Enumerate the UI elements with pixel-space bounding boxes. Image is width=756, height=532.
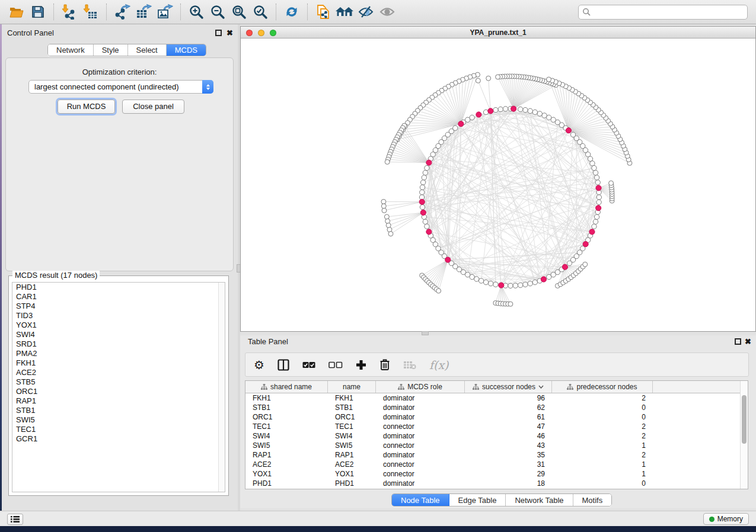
export-network-button[interactable] xyxy=(111,2,133,21)
search-input[interactable] xyxy=(591,8,744,17)
table-row[interactable]: YOX1YOX1connector291 xyxy=(245,469,740,479)
show-graphics-details-button[interactable] xyxy=(377,2,398,21)
function-builder-button[interactable]: f(x) xyxy=(429,357,449,373)
table-row[interactable]: SWI5SWI5connector431 xyxy=(245,441,740,450)
zoom-in-button[interactable] xyxy=(186,2,207,21)
delete-column-button[interactable] xyxy=(379,357,390,373)
cell-predecessor-nodes[interactable]: 1 xyxy=(552,460,653,469)
delete-table-button[interactable] xyxy=(403,357,416,373)
column-header-predecessor-nodes[interactable]: predecessor nodes xyxy=(552,381,653,393)
mcds-result-item[interactable]: SWI4 xyxy=(12,330,225,339)
first-neighbors-button[interactable] xyxy=(334,2,355,21)
table-row[interactable]: ACE2ACE2connector311 xyxy=(245,460,740,469)
network-canvas[interactable] xyxy=(241,39,755,331)
cell-mcds-role[interactable]: dominator xyxy=(376,450,465,460)
table-row[interactable]: STB1STB1dominator620 xyxy=(245,403,740,412)
tab-select[interactable]: Select xyxy=(128,44,167,56)
cell-successor-nodes[interactable]: 62 xyxy=(465,403,552,412)
network-window-titlebar[interactable]: YPA_prune.txt_1 xyxy=(241,27,755,39)
cell-shared-name[interactable]: FKH1 xyxy=(245,393,328,403)
cell-shared-name[interactable]: SWI5 xyxy=(245,441,328,450)
mcds-result-list[interactable]: PHD1CAR1STP4TID3YOX1SWI4SRD1PMA2FKH1ACE2… xyxy=(12,282,225,492)
tab-motifs[interactable]: Motifs xyxy=(573,494,612,506)
mcds-result-item[interactable]: PHD1 xyxy=(12,283,225,292)
criterion-dropdown[interactable]: largest connected component (undirected) xyxy=(28,80,213,94)
save-session-button[interactable] xyxy=(27,2,49,21)
add-column-button[interactable] xyxy=(356,357,366,373)
import-table-button[interactable] xyxy=(80,2,101,21)
cell-shared-name[interactable]: YOX1 xyxy=(245,469,328,479)
cell-shared-name[interactable]: TEC1 xyxy=(245,422,328,431)
mcds-result-item[interactable]: STB1 xyxy=(12,406,225,415)
mcds-result-item[interactable]: SWI5 xyxy=(12,415,225,425)
mcds-result-item[interactable]: ORC1 xyxy=(12,387,225,396)
table-scrollbar[interactable] xyxy=(740,381,748,489)
cell-mcds-role[interactable]: dominator xyxy=(376,431,465,441)
mcds-result-item[interactable]: GCR1 xyxy=(12,434,225,444)
cell-shared-name[interactable]: PHD1 xyxy=(245,479,328,488)
zoom-selected-button[interactable] xyxy=(250,2,271,21)
cell-mcds-role[interactable]: connector xyxy=(376,469,465,479)
mcds-result-item[interactable]: SRD1 xyxy=(12,339,225,349)
cell-name[interactable]: RAP1 xyxy=(328,450,376,460)
cell-mcds-role[interactable]: connector xyxy=(376,422,465,431)
zoom-fit-button[interactable] xyxy=(228,2,250,21)
cell-shared-name[interactable]: ACE2 xyxy=(245,460,328,469)
mcds-result-item[interactable]: TEC1 xyxy=(12,425,225,434)
search-box[interactable] xyxy=(578,5,748,20)
memory-button[interactable]: Memory xyxy=(703,513,749,525)
table-row[interactable]: SWI4SWI4dominator462 xyxy=(245,431,740,441)
cell-name[interactable]: FKH1 xyxy=(328,393,376,403)
cell-shared-name[interactable]: RAP1 xyxy=(245,450,328,460)
cell-predecessor-nodes[interactable]: 2 xyxy=(552,422,653,431)
column-header-name[interactable]: name xyxy=(328,381,376,393)
select-all-columns-button[interactable] xyxy=(302,357,315,373)
cell-successor-nodes[interactable]: 61 xyxy=(465,412,552,422)
cell-shared-name[interactable]: ORC1 xyxy=(245,412,328,422)
export-table-button[interactable] xyxy=(133,2,154,21)
table-settings-button[interactable]: ⚙ xyxy=(254,357,264,373)
cell-mcds-role[interactable]: dominator xyxy=(376,403,465,412)
cell-name[interactable]: ORC1 xyxy=(328,412,376,422)
tab-style[interactable]: Style xyxy=(94,44,128,56)
tab-node-table[interactable]: Node Table xyxy=(392,494,449,506)
cell-shared-name[interactable]: STB1 xyxy=(245,403,328,412)
mcds-result-item[interactable]: FKH1 xyxy=(12,358,225,368)
mcds-result-item[interactable]: RAP1 xyxy=(12,396,225,406)
cell-shared-name[interactable]: SWI4 xyxy=(245,431,328,441)
mcds-result-item[interactable]: CAR1 xyxy=(12,292,225,302)
cell-mcds-role[interactable]: connector xyxy=(376,441,465,450)
cell-predecessor-nodes[interactable]: 0 xyxy=(552,403,653,412)
open-session-button[interactable] xyxy=(6,2,27,21)
close-icon[interactable]: ✖ xyxy=(227,29,233,37)
cell-predecessor-nodes[interactable]: 0 xyxy=(552,412,653,422)
cell-predecessor-nodes[interactable]: 1 xyxy=(552,441,653,450)
mcds-result-item[interactable]: STB5 xyxy=(12,377,225,387)
cell-successor-nodes[interactable]: 18 xyxy=(465,479,552,488)
run-mcds-button[interactable]: Run MCDS xyxy=(58,100,115,114)
cell-successor-nodes[interactable]: 35 xyxy=(465,450,552,460)
close-panel-button[interactable]: Close panel xyxy=(122,100,184,114)
float-window-icon[interactable] xyxy=(735,338,741,345)
cell-name[interactable]: ACE2 xyxy=(328,460,376,469)
table-row[interactable]: RAP1RAP1dominator352 xyxy=(245,450,740,460)
cell-predecessor-nodes[interactable]: 0 xyxy=(552,479,653,488)
task-history-button[interactable] xyxy=(7,514,23,525)
zoom-out-button[interactable] xyxy=(207,2,228,21)
toggle-column-layout-button[interactable] xyxy=(277,357,289,373)
new-network-from-selection-button[interactable] xyxy=(312,2,334,21)
table-row[interactable]: PHD1PHD1dominator180 xyxy=(245,479,740,488)
table-row[interactable]: ORC1ORC1dominator610 xyxy=(245,412,740,422)
cell-successor-nodes[interactable]: 47 xyxy=(465,422,552,431)
mcds-result-item[interactable]: ACE2 xyxy=(12,368,225,377)
cell-successor-nodes[interactable]: 96 xyxy=(465,393,552,403)
tab-network[interactable]: Network xyxy=(48,44,94,56)
column-header-shared-name[interactable]: shared name xyxy=(245,381,328,393)
close-icon[interactable]: ✖ xyxy=(745,338,751,345)
cell-name[interactable]: YOX1 xyxy=(328,469,376,479)
cell-name[interactable]: TEC1 xyxy=(328,422,376,431)
mcds-result-item[interactable]: STP4 xyxy=(12,302,225,311)
import-network-button[interactable] xyxy=(59,2,80,21)
tab-mcds[interactable]: MCDS xyxy=(167,44,206,56)
cell-successor-nodes[interactable]: 29 xyxy=(465,469,552,479)
